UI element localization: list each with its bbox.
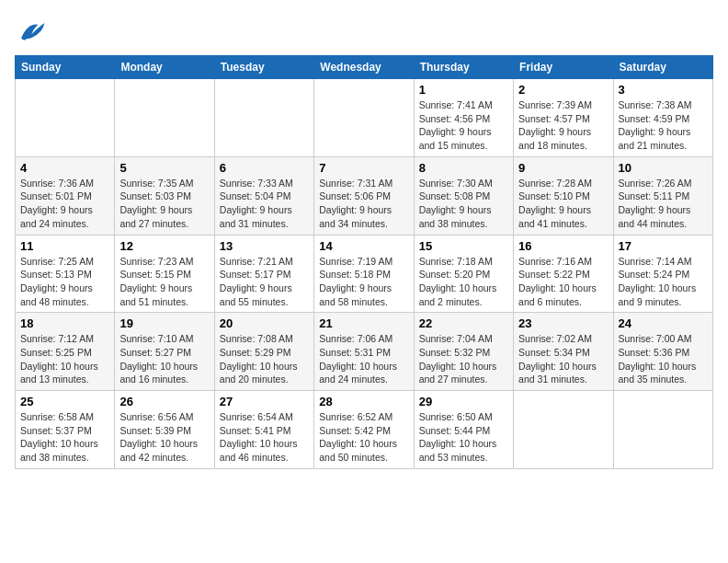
day-number: 13 xyxy=(220,239,309,253)
header-monday: Monday xyxy=(115,56,214,79)
calendar-week-row: 25Sunrise: 6:58 AM Sunset: 5:37 PM Dayli… xyxy=(16,391,713,469)
day-number: 4 xyxy=(20,161,109,175)
day-number: 22 xyxy=(419,316,508,330)
day-info: Sunrise: 7:21 AM Sunset: 5:17 PM Dayligh… xyxy=(220,255,309,309)
calendar-cell: 16Sunrise: 7:16 AM Sunset: 5:22 PM Dayli… xyxy=(514,235,613,313)
calendar-cell xyxy=(314,79,414,157)
day-info: Sunrise: 7:25 AM Sunset: 5:13 PM Dayligh… xyxy=(20,255,109,309)
calendar-cell: 14Sunrise: 7:19 AM Sunset: 5:18 PM Dayli… xyxy=(314,235,414,313)
day-info: Sunrise: 7:00 AM Sunset: 5:36 PM Dayligh… xyxy=(619,332,708,386)
calendar-cell: 4Sunrise: 7:36 AM Sunset: 5:01 PM Daylig… xyxy=(16,156,115,235)
day-info: Sunrise: 7:31 AM Sunset: 5:06 PM Dayligh… xyxy=(319,177,408,231)
calendar-week-row: 18Sunrise: 7:12 AM Sunset: 5:25 PM Dayli… xyxy=(16,313,713,391)
calendar-cell: 8Sunrise: 7:30 AM Sunset: 5:08 PM Daylig… xyxy=(414,156,513,235)
day-info: Sunrise: 7:12 AM Sunset: 5:25 PM Dayligh… xyxy=(20,332,109,386)
day-info: Sunrise: 6:50 AM Sunset: 5:44 PM Dayligh… xyxy=(419,410,508,465)
day-info: Sunrise: 7:19 AM Sunset: 5:18 PM Dayligh… xyxy=(319,255,408,309)
calendar-cell: 9Sunrise: 7:28 AM Sunset: 5:10 PM Daylig… xyxy=(514,156,613,235)
calendar-cell: 18Sunrise: 7:12 AM Sunset: 5:25 PM Dayli… xyxy=(16,313,115,391)
day-info: Sunrise: 7:33 AM Sunset: 5:04 PM Dayligh… xyxy=(220,177,309,231)
day-number: 26 xyxy=(119,395,209,408)
calendar-cell: 11Sunrise: 7:25 AM Sunset: 5:13 PM Dayli… xyxy=(16,235,115,313)
calendar-week-row: 1Sunrise: 7:41 AM Sunset: 4:56 PM Daylig… xyxy=(16,79,713,157)
page-header xyxy=(15,15,713,48)
logo xyxy=(15,15,51,48)
day-info: Sunrise: 7:35 AM Sunset: 5:03 PM Dayligh… xyxy=(119,177,209,231)
day-info: Sunrise: 7:02 AM Sunset: 5:34 PM Dayligh… xyxy=(518,332,608,386)
day-info: Sunrise: 7:06 AM Sunset: 5:31 PM Dayligh… xyxy=(319,332,408,386)
day-number: 20 xyxy=(220,316,309,330)
header-tuesday: Tuesday xyxy=(214,56,313,79)
calendar-week-row: 11Sunrise: 7:25 AM Sunset: 5:13 PM Dayli… xyxy=(16,235,713,313)
day-number: 12 xyxy=(119,239,209,253)
day-info: Sunrise: 7:14 AM Sunset: 5:24 PM Dayligh… xyxy=(619,255,708,309)
calendar-cell: 10Sunrise: 7:26 AM Sunset: 5:11 PM Dayli… xyxy=(613,156,712,235)
day-info: Sunrise: 7:41 AM Sunset: 4:56 PM Dayligh… xyxy=(419,98,508,153)
calendar-cell: 24Sunrise: 7:00 AM Sunset: 5:36 PM Dayli… xyxy=(613,313,712,391)
calendar-cell: 27Sunrise: 6:54 AM Sunset: 5:41 PM Dayli… xyxy=(214,391,313,469)
calendar-header-row: SundayMondayTuesdayWednesdayThursdayFrid… xyxy=(16,56,713,79)
day-number: 1 xyxy=(419,83,508,97)
calendar-cell xyxy=(115,79,214,157)
calendar-cell: 25Sunrise: 6:58 AM Sunset: 5:37 PM Dayli… xyxy=(16,391,115,469)
calendar-cell xyxy=(613,391,712,469)
day-number: 3 xyxy=(619,83,708,97)
day-number: 14 xyxy=(319,239,408,253)
calendar-cell: 1Sunrise: 7:41 AM Sunset: 4:56 PM Daylig… xyxy=(414,79,513,157)
day-number: 6 xyxy=(220,161,309,175)
day-number: 25 xyxy=(20,395,109,408)
calendar-cell: 6Sunrise: 7:33 AM Sunset: 5:04 PM Daylig… xyxy=(214,156,313,235)
day-number: 15 xyxy=(419,239,508,253)
header-friday: Friday xyxy=(514,56,613,79)
day-number: 10 xyxy=(619,161,708,175)
calendar-cell: 19Sunrise: 7:10 AM Sunset: 5:27 PM Dayli… xyxy=(115,313,214,391)
day-number: 11 xyxy=(20,239,109,253)
day-number: 19 xyxy=(119,316,209,330)
day-info: Sunrise: 7:10 AM Sunset: 5:27 PM Dayligh… xyxy=(119,332,209,386)
calendar-cell: 5Sunrise: 7:35 AM Sunset: 5:03 PM Daylig… xyxy=(115,156,214,235)
calendar-cell: 21Sunrise: 7:06 AM Sunset: 5:31 PM Dayli… xyxy=(314,313,414,391)
calendar-cell: 28Sunrise: 6:52 AM Sunset: 5:42 PM Dayli… xyxy=(314,391,414,469)
calendar-cell: 3Sunrise: 7:38 AM Sunset: 4:59 PM Daylig… xyxy=(613,79,712,157)
day-info: Sunrise: 7:08 AM Sunset: 5:29 PM Dayligh… xyxy=(220,332,309,386)
calendar-table: SundayMondayTuesdayWednesdayThursdayFrid… xyxy=(15,55,713,469)
calendar-cell xyxy=(214,79,313,157)
header-sunday: Sunday xyxy=(16,56,115,79)
calendar-cell: 13Sunrise: 7:21 AM Sunset: 5:17 PM Dayli… xyxy=(214,235,313,313)
day-number: 5 xyxy=(119,161,209,175)
day-number: 27 xyxy=(220,395,309,408)
day-number: 16 xyxy=(518,239,608,253)
calendar-cell xyxy=(16,79,115,157)
day-number: 9 xyxy=(518,161,608,175)
day-info: Sunrise: 7:16 AM Sunset: 5:22 PM Dayligh… xyxy=(518,255,608,309)
day-info: Sunrise: 7:23 AM Sunset: 5:15 PM Dayligh… xyxy=(119,255,209,309)
day-info: Sunrise: 6:54 AM Sunset: 5:41 PM Dayligh… xyxy=(220,410,309,465)
day-info: Sunrise: 7:28 AM Sunset: 5:10 PM Dayligh… xyxy=(518,177,608,231)
day-info: Sunrise: 7:26 AM Sunset: 5:11 PM Dayligh… xyxy=(619,177,708,231)
calendar-week-row: 4Sunrise: 7:36 AM Sunset: 5:01 PM Daylig… xyxy=(16,156,713,235)
day-number: 21 xyxy=(319,316,408,330)
calendar-cell: 20Sunrise: 7:08 AM Sunset: 5:29 PM Dayli… xyxy=(214,313,313,391)
calendar-cell: 26Sunrise: 6:56 AM Sunset: 5:39 PM Dayli… xyxy=(115,391,214,469)
day-info: Sunrise: 7:38 AM Sunset: 4:59 PM Dayligh… xyxy=(619,98,708,153)
calendar-cell: 12Sunrise: 7:23 AM Sunset: 5:15 PM Dayli… xyxy=(115,235,214,313)
calendar-cell: 23Sunrise: 7:02 AM Sunset: 5:34 PM Dayli… xyxy=(514,313,613,391)
calendar-cell: 2Sunrise: 7:39 AM Sunset: 4:57 PM Daylig… xyxy=(514,79,613,157)
header-wednesday: Wednesday xyxy=(314,56,414,79)
logo-bird-icon xyxy=(15,15,48,48)
day-info: Sunrise: 7:18 AM Sunset: 5:20 PM Dayligh… xyxy=(419,255,508,309)
day-number: 29 xyxy=(419,395,508,408)
day-info: Sunrise: 7:30 AM Sunset: 5:08 PM Dayligh… xyxy=(419,177,508,231)
day-number: 28 xyxy=(319,395,408,408)
calendar-cell: 29Sunrise: 6:50 AM Sunset: 5:44 PM Dayli… xyxy=(414,391,513,469)
day-info: Sunrise: 6:58 AM Sunset: 5:37 PM Dayligh… xyxy=(20,410,109,465)
day-number: 7 xyxy=(319,161,408,175)
day-info: Sunrise: 6:56 AM Sunset: 5:39 PM Dayligh… xyxy=(119,410,209,465)
calendar-cell: 15Sunrise: 7:18 AM Sunset: 5:20 PM Dayli… xyxy=(414,235,513,313)
header-saturday: Saturday xyxy=(613,56,712,79)
calendar-cell xyxy=(514,391,613,469)
day-number: 24 xyxy=(619,316,708,330)
calendar-cell: 17Sunrise: 7:14 AM Sunset: 5:24 PM Dayli… xyxy=(613,235,712,313)
day-info: Sunrise: 7:39 AM Sunset: 4:57 PM Dayligh… xyxy=(518,98,608,153)
day-number: 17 xyxy=(619,239,708,253)
